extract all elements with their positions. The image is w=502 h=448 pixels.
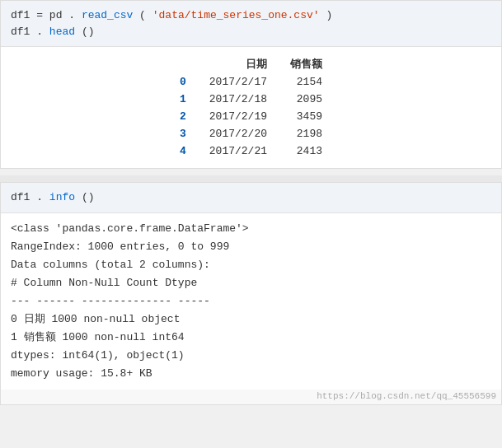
col-index-header [168, 55, 198, 73]
info-memory: memory usage: 15.8+ KB [11, 365, 491, 383]
var-df1-3: df1 [11, 191, 30, 203]
cell-1: df1 = pd . read_csv ( 'data/time_series_… [0, 0, 502, 169]
string-path: 'data/time_series_one.csv' [152, 9, 320, 21]
parens-info: () [82, 191, 95, 203]
var-df1: df1 [11, 9, 30, 21]
dot-3: . [36, 191, 43, 203]
table-cell-date: 2017/2/18 [198, 91, 279, 108]
cell-separator [0, 175, 502, 182]
cell-2-output: <class 'pandas.core.frame.DataFrame'> Ra… [1, 213, 501, 390]
func-head: head [49, 26, 75, 38]
cell-1-code: df1 = pd . read_csv ( 'data/time_series_… [1, 1, 501, 47]
table-cell-value: 2154 [279, 73, 334, 91]
cell-2: df1 . info () <class 'pandas.core.frame.… [0, 182, 502, 405]
dataframe-table: 日期 销售额 02017/2/17215412017/2/18209522017… [168, 55, 334, 160]
table-cell-index: 0 [168, 73, 198, 91]
dot-1: . [68, 9, 75, 21]
func-read-csv: read_csv [82, 9, 133, 21]
table-cell-date: 2017/2/19 [198, 108, 279, 125]
info-line-range: RangeIndex: 1000 entries, 0 to 999 [11, 238, 491, 256]
table-cell-index: 2 [168, 108, 198, 125]
table-cell-value: 2413 [279, 142, 334, 160]
info-col-header: # Column Non-Null Count Dtype [11, 274, 491, 292]
var-df1-2: df1 [11, 26, 30, 38]
paren-open-1: ( [139, 9, 146, 21]
info-dtypes: dtypes: int64(1), object(1) [11, 347, 491, 365]
table-cell-index: 4 [168, 142, 198, 160]
table-row: 12017/2/182095 [168, 91, 334, 108]
func-info: info [49, 191, 75, 203]
info-col-sep: --- ------ -------------- ----- [11, 292, 491, 310]
code-line-1: df1 = pd . read_csv ( 'data/time_series_… [11, 7, 491, 24]
table-header-row: 日期 销售额 [168, 55, 334, 73]
info-col-row1: 1 销售额 1000 non-null int64 [11, 329, 491, 347]
watermark: https://blog.csdn.net/qq_45556599 [1, 390, 501, 404]
code-line-2: df1 . head () [11, 24, 491, 40]
paren-close-1: ) [326, 9, 332, 21]
table-cell-value: 3459 [279, 108, 334, 125]
parens-head: () [82, 26, 95, 38]
table-row: 22017/2/193459 [168, 108, 334, 125]
table-cell-index: 3 [168, 125, 198, 142]
table-cell-value: 2198 [279, 125, 334, 142]
module-pd: pd [49, 9, 63, 21]
dot-2: . [36, 26, 43, 38]
table-row: 02017/2/172154 [168, 73, 334, 91]
table-row: 42017/2/212413 [168, 142, 334, 160]
table-cell-date: 2017/2/21 [198, 142, 279, 160]
table-cell-date: 2017/2/17 [198, 73, 279, 91]
table-cell-value: 2095 [279, 91, 334, 108]
col-date-header: 日期 [198, 55, 279, 73]
col-value-header: 销售额 [279, 55, 334, 73]
info-col-row0: 0 日期 1000 non-null object [11, 310, 491, 329]
table-cell-date: 2017/2/20 [198, 125, 279, 142]
cell-1-output: 日期 销售额 02017/2/17215412017/2/18209522017… [1, 47, 501, 168]
op-equals: = [36, 9, 49, 21]
info-line-class: <class 'pandas.core.frame.DataFrame'> [11, 220, 491, 238]
info-line-data-cols: Data columns (total 2 columns): [11, 256, 491, 274]
table-cell-index: 1 [168, 91, 198, 108]
cell-2-code: df1 . info () [1, 183, 501, 213]
table-row: 32017/2/202198 [168, 125, 334, 142]
